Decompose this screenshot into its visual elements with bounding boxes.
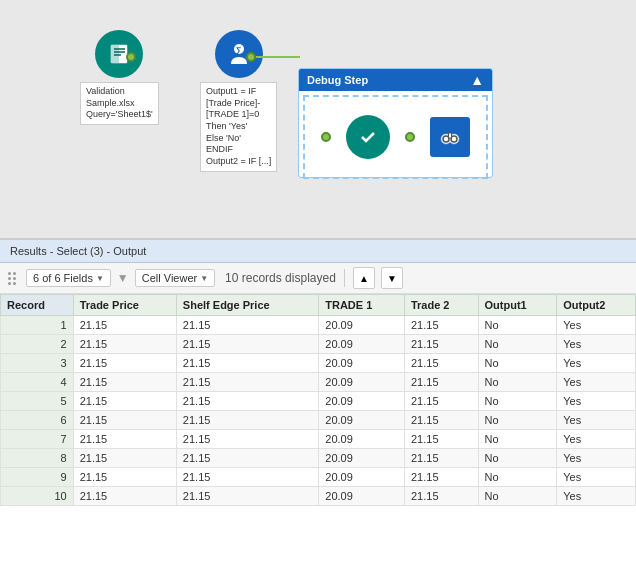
table-cell: 2: [1, 335, 74, 354]
table-cell: 21.15: [404, 335, 478, 354]
table-cell: 20.09: [319, 373, 405, 392]
debug-step-body: [303, 95, 488, 179]
debug-left-connector: [321, 132, 331, 142]
table-cell: 20.09: [319, 468, 405, 487]
col-header-trade-price: Trade Price: [73, 295, 176, 316]
table-cell: 21.15: [176, 373, 318, 392]
table-cell: 21.15: [176, 430, 318, 449]
results-table-container[interactable]: Record Trade Price Shelf Edge Price TRAD…: [0, 294, 636, 566]
table-cell: 20.09: [319, 335, 405, 354]
toolbar-separator-1: ▼: [117, 271, 129, 285]
table-cell: 21.15: [73, 430, 176, 449]
viewer-selector-button[interactable]: Cell Viewer ▼: [135, 269, 215, 287]
table-row: 221.1521.1520.0921.15NoYes: [1, 335, 636, 354]
table-cell: 21.15: [176, 487, 318, 506]
table-cell: 21.15: [73, 411, 176, 430]
table-cell: No: [478, 316, 557, 335]
debug-binoculars-icon[interactable]: [430, 117, 470, 157]
table-row: 821.1521.1520.0921.15NoYes: [1, 449, 636, 468]
input-node-label: Validation Sample.xlsx Query='Sheet1$': [80, 82, 159, 125]
svg-point-7: [358, 127, 378, 147]
table-cell: 20.09: [319, 354, 405, 373]
table-cell: 21.15: [73, 449, 176, 468]
debug-mid-connector: [405, 132, 415, 142]
table-cell: No: [478, 449, 557, 468]
svg-text:∑: ∑: [236, 46, 242, 55]
input-node[interactable]: Validation Sample.xlsx Query='Sheet1$': [80, 30, 159, 125]
table-cell: 21.15: [404, 354, 478, 373]
debug-check-icon[interactable]: [346, 115, 390, 159]
table-cell: 4: [1, 373, 74, 392]
table-cell: Yes: [557, 373, 636, 392]
table-cell: No: [478, 430, 557, 449]
wire-1: [256, 56, 300, 58]
table-cell: 21.15: [404, 468, 478, 487]
debug-step-header: Debug Step ▲: [299, 69, 492, 91]
fields-dropdown-arrow: ▼: [96, 274, 104, 283]
svg-rect-1: [111, 45, 119, 63]
table-cell: 21.15: [404, 449, 478, 468]
viewer-selector-label: Cell Viewer: [142, 272, 197, 284]
table-cell: Yes: [557, 487, 636, 506]
table-row: 321.1521.1520.0921.15NoYes: [1, 354, 636, 373]
table-cell: No: [478, 392, 557, 411]
table-cell: 21.15: [73, 354, 176, 373]
table-cell: 20.09: [319, 487, 405, 506]
table-row: 521.1521.1520.0921.15NoYes: [1, 392, 636, 411]
table-cell: 21.15: [73, 316, 176, 335]
table-body: 121.1521.1520.0921.15NoYes221.1521.1520.…: [1, 316, 636, 506]
table-row: 921.1521.1520.0921.15NoYes: [1, 468, 636, 487]
table-row: 121.1521.1520.0921.15NoYes: [1, 316, 636, 335]
table-cell: 21.15: [176, 449, 318, 468]
table-cell: Yes: [557, 392, 636, 411]
debug-step-collapse[interactable]: ▲: [470, 72, 484, 88]
table-cell: 1: [1, 316, 74, 335]
table-cell: 21.15: [176, 392, 318, 411]
formula-node[interactable]: ∑ Output1 = IF [Trade Price]- [TRADE 1]=…: [200, 30, 277, 172]
table-cell: Yes: [557, 335, 636, 354]
table-cell: 21.15: [404, 430, 478, 449]
debug-step-container: Debug Step ▲: [298, 68, 493, 178]
table-cell: 21.15: [73, 487, 176, 506]
fields-selector-label: 6 of 6 Fields: [33, 272, 93, 284]
table-cell: 20.09: [319, 449, 405, 468]
table-cell: 21.15: [73, 468, 176, 487]
col-header-trade1: TRADE 1: [319, 295, 405, 316]
canvas: Validation Sample.xlsx Query='Sheet1$' ∑…: [0, 0, 636, 240]
formula-connector-right: [246, 52, 256, 62]
table-cell: No: [478, 411, 557, 430]
table-cell: 21.15: [404, 487, 478, 506]
table-row: 621.1521.1520.0921.15NoYes: [1, 411, 636, 430]
input-node-icon: [95, 30, 143, 78]
table-cell: 21.15: [404, 373, 478, 392]
table-cell: 21.15: [404, 316, 478, 335]
col-header-record: Record: [1, 295, 74, 316]
table-cell: Yes: [557, 354, 636, 373]
table-cell: 21.15: [404, 411, 478, 430]
table-cell: 21.15: [73, 392, 176, 411]
table-cell: 9: [1, 468, 74, 487]
input-connector-right: [126, 52, 136, 62]
table-cell: Yes: [557, 411, 636, 430]
col-header-shelf-edge-price: Shelf Edge Price: [176, 295, 318, 316]
results-toolbar: 6 of 6 Fields ▼ ▼ Cell Viewer ▼ 10 recor…: [0, 263, 636, 294]
table-cell: 21.15: [176, 468, 318, 487]
table-cell: Yes: [557, 430, 636, 449]
table-cell: 7: [1, 430, 74, 449]
results-table: Record Trade Price Shelf Edge Price TRAD…: [0, 294, 636, 506]
table-cell: No: [478, 468, 557, 487]
table-cell: No: [478, 487, 557, 506]
scroll-down-button[interactable]: ▼: [381, 267, 403, 289]
table-cell: 21.15: [176, 335, 318, 354]
toolbar-grip: [8, 272, 16, 285]
col-header-output1: Output1: [478, 295, 557, 316]
debug-step-title: Debug Step: [307, 74, 368, 86]
table-cell: 21.15: [176, 411, 318, 430]
table-cell: 3: [1, 354, 74, 373]
results-header: Results - Select (3) - Output: [0, 240, 636, 263]
scroll-up-button[interactable]: ▲: [353, 267, 375, 289]
table-cell: 8: [1, 449, 74, 468]
fields-selector-button[interactable]: 6 of 6 Fields ▼: [26, 269, 111, 287]
table-header-row: Record Trade Price Shelf Edge Price TRAD…: [1, 295, 636, 316]
table-cell: 6: [1, 411, 74, 430]
